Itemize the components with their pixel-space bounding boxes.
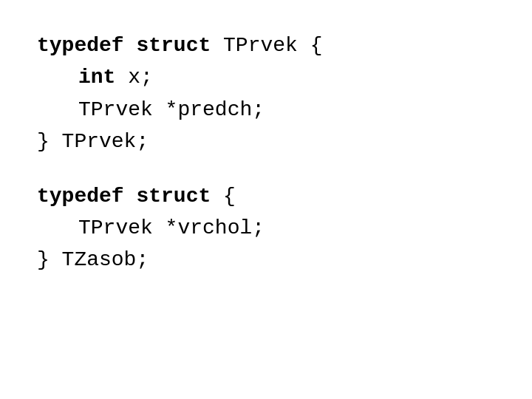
space-1 <box>124 30 137 61</box>
line-typedef-tprvek: typedef struct TPrvek { <box>37 30 323 61</box>
struct-tprvek-block: typedef struct TPrvek { int x; TPrvek *p… <box>37 30 323 158</box>
line3-2-text: } TZasob; <box>37 244 149 276</box>
keyword-typedef-2: typedef <box>37 180 124 212</box>
keyword-typedef-1: typedef <box>37 30 124 61</box>
line1-rest: TPrvek { <box>211 30 322 61</box>
line2-rest: x; <box>115 61 152 93</box>
code-container: typedef struct TPrvek { int x; TPrvek *p… <box>37 30 323 299</box>
keyword-int: int <box>78 61 115 93</box>
line2-1-rest: { <box>211 180 236 212</box>
keyword-struct-2: struct <box>136 180 211 212</box>
line-tprvek-predch: TPrvek *predch; <box>37 94 323 126</box>
keyword-struct-1: struct <box>136 30 211 61</box>
line-close-tprvek: } TPrvek; <box>37 126 323 157</box>
indent-3 <box>37 212 78 244</box>
indent-2 <box>37 94 78 126</box>
line3-text: TPrvek *predch; <box>78 94 265 126</box>
line4-text: } TPrvek; <box>37 126 149 157</box>
line2-2-text: TPrvek *vrchol; <box>78 212 265 244</box>
line-tprvek-vrchol: TPrvek *vrchol; <box>37 212 323 244</box>
indent-1 <box>37 61 78 93</box>
struct-tzasob-block: typedef struct { TPrvek *vrchol; } TZaso… <box>37 180 323 276</box>
line-int-x: int x; <box>37 61 323 93</box>
line-close-tzasob: } TZasob; <box>37 244 323 276</box>
space-2 <box>124 180 137 212</box>
line-typedef-tzasob: typedef struct { <box>37 180 323 212</box>
